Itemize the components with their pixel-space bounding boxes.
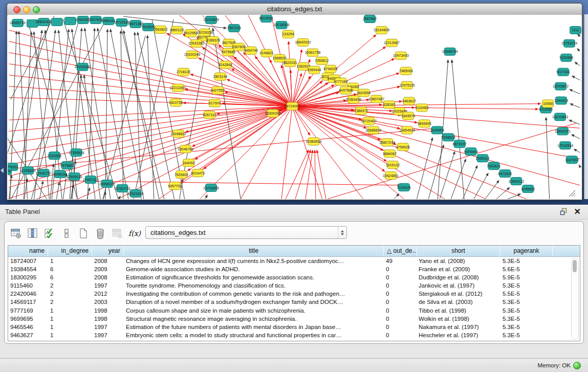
graph-node-label: 9860123 [170, 28, 184, 32]
graph-node-label: 1645194 [53, 172, 67, 176]
graph-node-label: 10543382 [188, 41, 204, 45]
table-cell: 2012 [92, 290, 124, 298]
column-header-title[interactable]: title [124, 246, 384, 256]
graph-node-label: 9133426 [397, 186, 411, 189]
network-view[interactable]: 1405571420891406105532871527602646616110… [8, 15, 581, 199]
graph-node-label: 8267110 [203, 113, 216, 117]
graph-node-label: 6879197 [453, 142, 467, 146]
column-header-short[interactable]: short [417, 246, 500, 256]
table-cell: 0 [384, 282, 417, 290]
graph-node-label: 39199 [8, 169, 11, 173]
table-cell: 5.5E-5 [500, 290, 553, 298]
graph-node-label: 9884067 [383, 152, 397, 156]
table-cell: 0 [384, 265, 417, 273]
table-cell: Changes of HCN gene expression and I(f) … [124, 257, 384, 265]
table-cell: 14569117 [8, 298, 48, 307]
table-cell: 1997 [92, 332, 124, 340]
canvas-resize-grip[interactable] [568, 189, 576, 198]
graph-node-label: 1167533 [565, 158, 579, 162]
close-panel-icon[interactable]: ✕ [574, 207, 581, 216]
graph-node-label: 14055714 [10, 21, 26, 25]
column-header-in_degree[interactable]: in_degree [48, 246, 92, 256]
graph-node-label: 12942737 [36, 171, 52, 175]
panel-collapse-arrow-icon[interactable] [1, 168, 4, 173]
table-cell: 49 [384, 257, 417, 265]
show-columns-icon[interactable] [27, 227, 39, 239]
window-titlebar[interactable]: citations_edges.txt [7, 4, 582, 15]
graph-node-label: 15692971 [555, 129, 571, 133]
table-cell: Yano et al. (2008) [417, 257, 500, 265]
new-table-icon[interactable] [77, 227, 90, 239]
table-cell: 1998 [92, 307, 124, 315]
graph-node[interactable] [51, 18, 62, 26]
table-cell: 6 [48, 265, 92, 273]
float-panel-icon[interactable] [560, 208, 568, 215]
network-canvas[interactable]: 1405571420891406105532871527602646616110… [8, 15, 581, 199]
delete-table-icon[interactable] [94, 227, 106, 239]
table-cell: 0 [384, 323, 417, 332]
table-cell: 1 [48, 315, 92, 323]
table-cell: 5.3E-5 [500, 332, 553, 340]
table-cell: Investigating the contribution of common… [124, 290, 384, 298]
graph-node-label: 10688609 [365, 128, 381, 132]
graph-node-label: 5938923 [442, 136, 455, 139]
table-row[interactable]: 2242004622012Investigating the contribut… [8, 290, 580, 298]
table-select-dropdown[interactable]: citations_edges.txt [145, 226, 347, 239]
graph-node-label: 1849579 [401, 114, 415, 118]
graph-node-label: 6914479 [191, 171, 205, 175]
function-builder-icon[interactable]: f(x) [128, 227, 140, 239]
scrollbar-thumb[interactable] [573, 260, 577, 272]
graph-node-label: 12923448 [127, 192, 143, 195]
column-header-out_de[interactable]: △ out_de… [384, 246, 417, 256]
graph-node-label: 1640954 [430, 128, 444, 132]
table-row[interactable]: 946362711997Embryonic stem cells: a mode… [8, 332, 580, 340]
graph-node-label: 1810755 [169, 101, 183, 104]
column-header-year[interactable]: year [92, 246, 124, 256]
graph-node[interactable] [64, 17, 76, 25]
graph-node-label: 19958107 [99, 182, 115, 186]
column-header-name[interactable]: name [8, 246, 48, 256]
table-cell: 1998 [92, 315, 124, 323]
table-row[interactable]: 1830029562008Estimation of significance … [8, 273, 580, 281]
table-cell: Corpus callosum shape and size in male p… [124, 307, 384, 315]
table-cell: 6 [48, 273, 92, 281]
window-title: citations_edges.txt [7, 5, 582, 13]
graph-node-label: 7625402 [175, 173, 188, 177]
network-desktop: citations_edges.txt 14055714208914061055… [0, 0, 588, 205]
table-row[interactable]: 946554611997Estimation of the future num… [8, 323, 580, 332]
column-header-pagerank[interactable]: pagerank [500, 246, 553, 256]
graph-node-label: 2935114 [476, 157, 490, 160]
table-row[interactable]: 1456911722003Disruption of a novel membe… [8, 298, 580, 307]
select-rows-icon[interactable] [43, 227, 56, 239]
table-row[interactable]: 977716911998Corpus callosum shape and si… [8, 307, 580, 315]
table-settings-icon[interactable] [10, 227, 22, 239]
graph-node-label: 22420046 [184, 53, 200, 56]
graph-node-label: 1615132 [386, 163, 400, 167]
node-table: namein_degreeyeartitle△ out_de…shortpage… [8, 245, 580, 341]
table-cell: Estimation of the future numbers of pati… [124, 323, 384, 332]
desktop-right-scroll-strip[interactable] [584, 14, 588, 199]
table-row[interactable]: 1872400712008Changes of HCN gene express… [8, 257, 580, 265]
graph-node-label: 16782753 [114, 187, 130, 190]
table-cell: 0 [384, 273, 417, 281]
table-cell: 5.3E-5 [500, 315, 553, 323]
table-vertical-scrollbar[interactable] [571, 258, 579, 340]
graph-node-label: 11156829 [20, 169, 35, 172]
graph-node-label: 7663822 [154, 28, 167, 31]
graph-node-label: 9463627 [402, 99, 416, 103]
graph-node-label: 20364456 [345, 98, 361, 101]
table-row[interactable]: 1938455462009Genome-wide association stu… [8, 265, 580, 273]
graph-node-label: 2718120 [177, 70, 190, 74]
network-window[interactable]: citations_edges.txt 14055714208914061055… [7, 3, 582, 200]
graph-node-label: 6497568 [339, 89, 353, 92]
graph-node-label: 18300295 [265, 112, 281, 115]
table-cell: 1997 [92, 323, 124, 332]
table-cell: Estimation of significance thresholds fo… [124, 273, 384, 281]
table-cell: 5.3E-5 [500, 307, 553, 315]
table-row[interactable]: 911546021997Tourette syndrome. Phenomeno… [8, 282, 580, 290]
table-row[interactable]: 969969511998Structural magnetic resonanc… [8, 315, 580, 323]
table-panel-title: Table Panel [5, 208, 40, 215]
graph-node-label: 19524851 [383, 174, 399, 178]
narrow-column-icon[interactable] [60, 227, 73, 239]
graph-node-label: 8454749 [244, 49, 258, 52]
